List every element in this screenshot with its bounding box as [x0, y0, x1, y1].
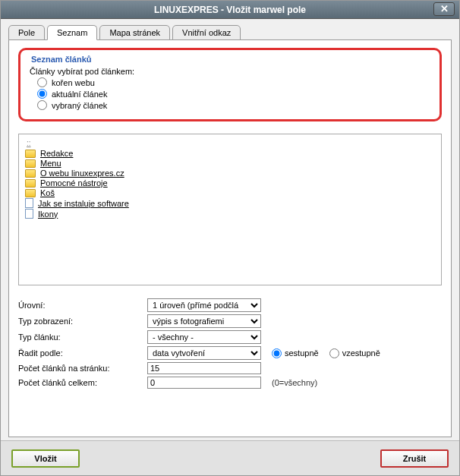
sort-asc[interactable]: vzestupně	[329, 348, 380, 358]
content-area: Pole Seznam Mapa stránek Vnitřní odkaz S…	[1, 19, 459, 440]
tree-item[interactable]: O webu linuxexpres.cz	[25, 169, 435, 178]
page-icon	[25, 198, 33, 208]
radio-vybrany-clanek-input[interactable]	[37, 100, 47, 110]
sort-desc-input[interactable]	[272, 348, 282, 358]
tree-item-link[interactable]: Koš	[40, 188, 55, 197]
total-label: Počet článků celkem:	[18, 378, 147, 387]
radio-group-label: Články vybírat pod článkem:	[30, 67, 432, 76]
tree-item[interactable]: Jak se instaluje software	[25, 198, 435, 208]
insert-button[interactable]: Vložit	[11, 449, 80, 468]
radio-koren-webu-input[interactable]	[37, 77, 47, 87]
sort-asc-input[interactable]	[329, 348, 339, 358]
tree-item-link[interactable]: O webu linuxexpres.cz	[40, 169, 124, 178]
folder-icon	[25, 159, 36, 168]
titlebar: LINUXEXPRES - Vložit marwel pole ✕	[1, 1, 459, 19]
sort-select[interactable]: data vytvoření	[147, 346, 261, 360]
type-label: Typ článku:	[18, 333, 147, 342]
dialog-footer: Vložit Zrušit	[1, 440, 459, 475]
close-button[interactable]: ✕	[433, 2, 455, 16]
display-select[interactable]: výpis s fotografiemi	[147, 314, 261, 328]
type-select[interactable]: - všechny -	[147, 330, 261, 344]
tree-item[interactable]: Pomocné nástroje	[25, 178, 435, 188]
perpage-input[interactable]	[147, 362, 261, 374]
sort-desc-label: sestupně	[285, 348, 319, 358]
seznam-clanku-fieldset: Seznam článků Články vybírat pod článkem…	[18, 48, 442, 121]
tree-item[interactable]: Redakce	[25, 149, 435, 158]
sort-asc-label: vzestupně	[342, 348, 380, 358]
folder-icon	[25, 169, 36, 178]
tab-seznam[interactable]: Seznam	[47, 25, 97, 40]
total-input[interactable]	[147, 377, 261, 389]
tab-vnitrni-odkaz[interactable]: Vnitřní odkaz	[172, 25, 241, 40]
tab-strip: Pole Seznam Mapa stránek Vnitřní odkaz	[8, 25, 452, 40]
tree-item-link[interactable]: Redakce	[40, 149, 73, 158]
fieldset-legend: Seznam článků	[28, 55, 432, 64]
tree-item[interactable]: Ikony	[25, 209, 435, 219]
page-icon	[25, 209, 33, 219]
radio-koren-webu-label: kořen webu	[52, 78, 95, 87]
folder-icon	[25, 179, 36, 188]
tab-pole[interactable]: Pole	[8, 25, 45, 40]
sort-desc[interactable]: sestupně	[272, 348, 319, 358]
tree-item-link[interactable]: Menu	[40, 159, 61, 168]
tree-header[interactable]: ::	[27, 139, 435, 147]
sort-label: Řadit podle:	[18, 348, 147, 358]
folder-icon	[25, 150, 36, 158]
article-tree: :: RedakceMenuO webu linuxexpres.czPomoc…	[18, 134, 442, 285]
tab-mapa-stranek[interactable]: Mapa stránek	[99, 25, 170, 40]
folder-icon	[25, 189, 36, 197]
tree-item[interactable]: Koš	[25, 188, 435, 197]
cancel-button[interactable]: Zrušit	[380, 449, 449, 468]
window-title: LINUXEXPRES - Vložit marwel pole	[154, 5, 306, 15]
total-hint: (0=všechny)	[272, 378, 317, 387]
radio-aktualni-clanek-input[interactable]	[37, 89, 47, 99]
levels-label: Úrovní:	[18, 301, 147, 310]
perpage-label: Počet článků na stránku:	[18, 364, 147, 373]
radio-aktualni-clanek-label: aktuální článek	[52, 90, 107, 99]
radio-koren-webu[interactable]: kořen webu	[37, 77, 432, 87]
dialog-window: LINUXEXPRES - Vložit marwel pole ✕ Pole …	[0, 0, 460, 476]
tree-item-link[interactable]: Jak se instaluje software	[38, 199, 129, 208]
display-label: Typ zobrazení:	[18, 317, 147, 326]
form-rows: Úrovní: 1 úroveň (přímé podčlá Typ zobra…	[18, 296, 442, 391]
radio-vybrany-clanek-label: vybraný článek	[52, 101, 107, 110]
levels-select[interactable]: 1 úroveň (přímé podčlá	[147, 298, 261, 312]
tree-item-link[interactable]: Ikony	[38, 210, 58, 219]
tree-item[interactable]: Menu	[25, 159, 435, 168]
tree-item-link[interactable]: Pomocné nástroje	[40, 178, 108, 188]
tab-panel: Seznam článků Články vybírat pod článkem…	[8, 39, 452, 437]
radio-vybrany-clanek[interactable]: vybraný článek	[37, 100, 432, 110]
radio-aktualni-clanek[interactable]: aktuální článek	[37, 89, 432, 99]
